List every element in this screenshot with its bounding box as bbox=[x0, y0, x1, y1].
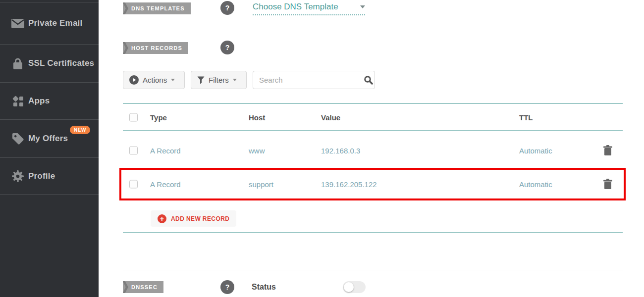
sidebar-item-profile[interactable]: Profile bbox=[0, 157, 99, 195]
dns-templates-section-label: DNS TEMPLATES bbox=[123, 2, 191, 14]
record-host[interactable]: support bbox=[249, 180, 273, 189]
column-header-ttl: TTL bbox=[519, 113, 533, 121]
record-ttl[interactable]: Automatic bbox=[519, 180, 552, 189]
search-box bbox=[253, 71, 375, 89]
add-new-record-label: ADD NEW RECORD bbox=[171, 215, 229, 222]
trash-icon[interactable] bbox=[603, 145, 613, 156]
sidebar-item-ssl-certificates[interactable]: SSL Certificates bbox=[0, 44, 99, 82]
row-checkbox[interactable] bbox=[129, 180, 138, 189]
dnssec-help-icon[interactable]: ? bbox=[220, 280, 234, 294]
trash-icon[interactable] bbox=[603, 178, 613, 190]
host-records-section-label: HOST RECORDS bbox=[123, 42, 188, 54]
record-value[interactable]: 139.162.205.122 bbox=[321, 180, 377, 189]
table-row: A Record support 139.162.205.122 Automat… bbox=[123, 168, 623, 200]
sidebar-item-my-offers[interactable]: My Offers NEW bbox=[0, 119, 99, 157]
sidebar-divider bbox=[0, 195, 99, 195]
dnssec-status-toggle[interactable] bbox=[343, 281, 366, 293]
dnssec-section-label: DNSSEC bbox=[123, 281, 163, 293]
chevron-down-icon bbox=[233, 79, 237, 81]
record-type[interactable]: A Record bbox=[150, 180, 181, 189]
advanced-dns-page: Private Email SSL Certificates Apps My O… bbox=[0, 0, 644, 297]
table-row: A Record www 192.168.0.3 Automatic bbox=[123, 134, 623, 167]
row-checkbox[interactable] bbox=[129, 147, 138, 155]
host-records-table-header: Type Host Value TTL bbox=[123, 103, 623, 131]
lock-icon bbox=[10, 57, 25, 70]
dnssec-status-label: Status bbox=[252, 283, 276, 292]
section-divider bbox=[123, 270, 623, 270]
host-records-help-icon[interactable]: ? bbox=[220, 41, 234, 54]
gear-icon bbox=[10, 170, 25, 183]
column-header-type: Type bbox=[150, 113, 167, 121]
sidebar: Private Email SSL Certificates Apps My O… bbox=[0, 0, 99, 297]
filters-button-label: Filters bbox=[209, 76, 229, 84]
record-host[interactable]: www bbox=[249, 147, 265, 155]
sidebar-item-label: My Offers bbox=[28, 134, 68, 144]
choose-dns-template-dropdown[interactable]: Choose DNS Template bbox=[253, 2, 365, 15]
dns-templates-help-icon[interactable]: ? bbox=[220, 1, 234, 15]
sidebar-item-label: SSL Certificates bbox=[28, 58, 94, 68]
plus-icon: + bbox=[158, 214, 166, 223]
toggle-knob bbox=[344, 282, 354, 292]
record-value[interactable]: 192.168.0.3 bbox=[321, 147, 360, 155]
tag-icon bbox=[10, 132, 25, 145]
sidebar-item-label: Apps bbox=[28, 96, 50, 106]
funnel-icon bbox=[197, 76, 205, 84]
actions-button[interactable]: Actions bbox=[123, 71, 185, 89]
chevron-down-icon bbox=[360, 5, 365, 8]
chevron-down-icon bbox=[171, 79, 175, 81]
record-ttl[interactable]: Automatic bbox=[519, 147, 552, 155]
filters-button[interactable]: Filters bbox=[191, 71, 247, 89]
sidebar-item-private-email[interactable]: Private Email bbox=[0, 2, 99, 44]
column-header-value: Value bbox=[321, 113, 340, 121]
apps-icon bbox=[10, 95, 25, 107]
play-icon bbox=[129, 75, 139, 85]
actions-button-label: Actions bbox=[143, 76, 167, 84]
select-all-checkbox[interactable] bbox=[129, 113, 138, 121]
sidebar-item-label: Profile bbox=[28, 171, 55, 181]
column-header-host: Host bbox=[249, 113, 265, 121]
table-bottom-border bbox=[123, 232, 623, 233]
search-icon[interactable] bbox=[364, 75, 373, 85]
add-new-record-button[interactable]: + ADD NEW RECORD bbox=[151, 210, 236, 227]
envelope-icon bbox=[10, 19, 25, 28]
new-badge: NEW bbox=[70, 126, 90, 134]
dropdown-selected-label: Choose DNS Template bbox=[253, 2, 338, 12]
record-type[interactable]: A Record bbox=[150, 147, 181, 155]
sidebar-item-label: Private Email bbox=[28, 18, 82, 28]
search-input[interactable] bbox=[253, 76, 364, 84]
sidebar-item-apps[interactable]: Apps bbox=[0, 82, 99, 119]
